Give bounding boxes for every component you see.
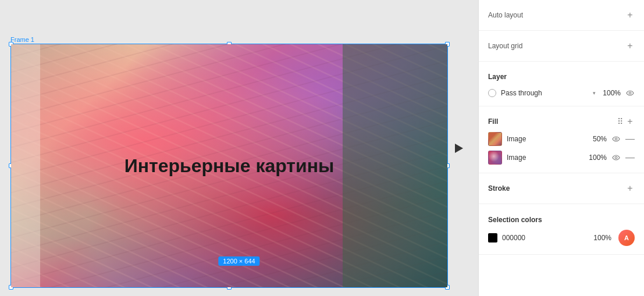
fill-visibility-icon-1[interactable]	[611, 134, 621, 144]
blend-circle-icon	[488, 89, 496, 97]
fill-remove-button-1[interactable]: —	[625, 134, 635, 144]
layout-grid-title: Layout grid	[488, 42, 522, 50]
fill-opacity-1[interactable]: 50%	[586, 135, 607, 143]
size-badge: 1200 × 644	[218, 256, 259, 266]
color-swatch-1[interactable]	[488, 233, 497, 242]
layer-row: Pass through ▾ 100%	[488, 86, 635, 100]
fill-item-2: Image 100% —	[488, 148, 635, 167]
layout-grid-section: Layout grid +	[479, 31, 644, 62]
color-row-1: 000000 100% A	[488, 227, 635, 248]
fill-label-2[interactable]: Image	[507, 154, 582, 162]
layout-grid-add-button[interactable]: +	[625, 41, 635, 51]
auto-layout-section: Auto layout +	[479, 0, 644, 31]
svg-point-2	[615, 156, 617, 159]
layer-header: Layer	[488, 67, 635, 86]
color-hex-1[interactable]: 000000	[502, 234, 586, 242]
fill-header: Fill ⠿ +	[488, 112, 635, 130]
blend-mode-label[interactable]: Pass through	[501, 89, 588, 97]
fill-thumbnail-2[interactable]	[488, 151, 502, 165]
stroke-section: Stroke +	[479, 173, 644, 204]
stroke-title: Stroke	[488, 184, 510, 192]
selection-colors-title: Selection colors	[488, 210, 635, 227]
cursor-arrow	[455, 144, 463, 153]
right-panel: Auto layout + Layout grid + Layer Pass t…	[478, 0, 644, 296]
fill-section: Fill ⠿ + Image 50% — Image 100%	[479, 106, 644, 173]
layer-section: Layer Pass through ▾ 100%	[479, 62, 644, 106]
fill-grid-icon[interactable]: ⠿	[617, 117, 623, 126]
auto-layout-title: Auto layout	[488, 11, 523, 19]
fill-title: Fill	[488, 117, 498, 126]
layer-visibility-icon[interactable]	[625, 88, 635, 98]
frame-wrapper[interactable]: Интерьерные картины	[10, 44, 448, 288]
layer-opacity-value[interactable]: 100%	[600, 89, 621, 97]
svg-point-0	[629, 92, 631, 94]
fill-add-button[interactable]: +	[625, 117, 635, 126]
frame-label: Frame 1	[10, 36, 34, 43]
color-opacity-1[interactable]: 100%	[591, 234, 611, 242]
stroke-header: Stroke +	[488, 179, 635, 198]
svg-point-1	[615, 138, 617, 140]
left-overlay	[11, 44, 40, 287]
fill-opacity-2[interactable]: 100%	[586, 154, 607, 162]
frame-title-text: Интерьерные картины	[124, 155, 335, 177]
auto-layout-add-button[interactable]: +	[625, 10, 635, 20]
fill-thumbnail-1[interactable]	[488, 132, 502, 146]
fill-controls: ⠿ +	[617, 117, 635, 126]
layer-title: Layer	[488, 73, 507, 81]
user-avatar: A	[618, 230, 635, 246]
fill-remove-button-2[interactable]: —	[625, 152, 635, 163]
frame-content: Интерьерные картины	[11, 44, 447, 287]
selection-colors-section: Selection colors 000000 100% A	[479, 204, 644, 255]
green-overlay	[343, 44, 447, 287]
auto-layout-header: Auto layout +	[488, 6, 635, 24]
fill-label-1[interactable]: Image	[507, 135, 582, 143]
blend-arrow-icon[interactable]: ▾	[593, 90, 596, 96]
fill-visibility-icon-2[interactable]	[611, 153, 621, 162]
canvas-area: Frame 1 Интерьерные картины 1200 × 644	[0, 0, 478, 296]
layout-grid-header: Layout grid +	[488, 37, 635, 55]
fill-item-1: Image 50% —	[488, 130, 635, 148]
stroke-add-button[interactable]: +	[625, 184, 635, 193]
